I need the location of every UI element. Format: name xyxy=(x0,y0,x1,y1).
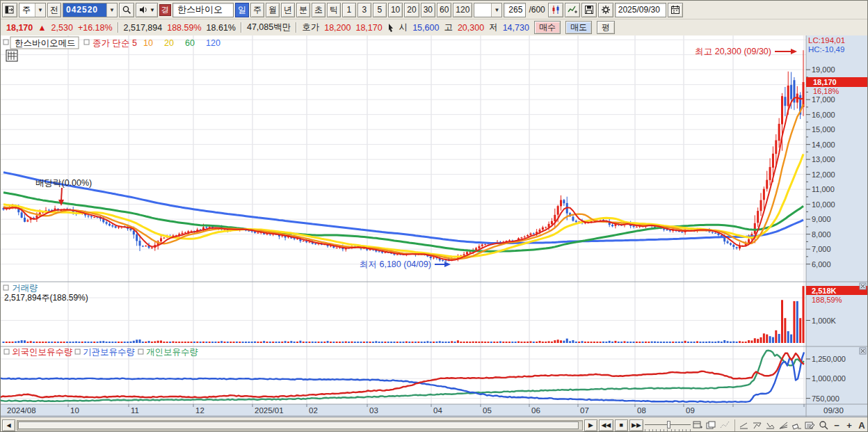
stock-code-combo[interactable]: 042520▼ xyxy=(63,3,118,17)
svg-text:2024/08: 2024/08 xyxy=(7,406,36,415)
trade-amount: 47,085백만 xyxy=(247,22,291,33)
date-input[interactable]: 2025/09/30 xyxy=(615,3,666,17)
exdiv-annotation: 배당락(0.00%) xyxy=(35,178,92,188)
add-pane-button[interactable] xyxy=(692,419,704,431)
stop-button[interactable]: ■ xyxy=(615,419,628,431)
current-price: 18,170 xyxy=(6,23,33,33)
scroll-left-button[interactable]: ◀ xyxy=(2,419,15,431)
resistance-line-button[interactable] xyxy=(750,419,764,431)
cursor-icon xyxy=(387,24,394,32)
svg-text:14,000: 14,000 xyxy=(812,141,835,149)
panel-icon xyxy=(5,5,15,15)
search-icon xyxy=(122,5,131,15)
close-volume-pane-icon[interactable] xyxy=(860,283,866,289)
save-button[interactable] xyxy=(581,3,597,17)
svg-text:10: 10 xyxy=(143,38,153,48)
svg-text:11,000: 11,000 xyxy=(812,185,835,193)
interval-10-button[interactable]: 10 xyxy=(388,3,403,17)
interval-120-button[interactable]: 120 xyxy=(453,3,472,17)
indicator-zigzag-button[interactable] xyxy=(718,419,730,431)
svg-text:09: 09 xyxy=(686,406,695,415)
scrollbar-thumb[interactable] xyxy=(18,422,579,429)
price-change: 2,530 xyxy=(51,23,73,33)
period-tab-second[interactable]: 초 xyxy=(312,3,326,17)
period-tab-minute[interactable]: 분 xyxy=(296,3,310,17)
cascade-panes-button[interactable] xyxy=(705,419,717,431)
divider xyxy=(296,22,297,33)
high-annotation: 최고 20,300 (09/30) xyxy=(695,47,771,56)
svg-text:19,000: 19,000 xyxy=(812,65,835,74)
timeframe-combo[interactable]: 주▼ xyxy=(19,3,46,17)
interval-20-button[interactable]: 20 xyxy=(404,3,419,17)
period-tab-year[interactable]: 년 xyxy=(281,3,295,17)
chart-area: 6,0007,0008,0009,00010,00011,00012,00013… xyxy=(1,35,868,417)
svg-text:외국인보유수량: 외국인보유수량 xyxy=(12,347,73,357)
info-bar: 18,170 ▲ 2,530 +16.18% 2,517,894 188.59%… xyxy=(1,19,867,35)
support-line-button[interactable] xyxy=(764,419,777,431)
open-label: 시 xyxy=(399,22,408,33)
drawing-tools-group xyxy=(734,419,817,431)
play-button[interactable]: ▶ xyxy=(584,419,597,431)
eraser-tool-button[interactable] xyxy=(790,419,803,431)
settings-button[interactable] xyxy=(598,3,613,17)
interval-60-button[interactable]: 60 xyxy=(437,3,451,17)
svg-text:1,000,000: 1,000,000 xyxy=(812,374,846,383)
panel-toggle-button[interactable] xyxy=(2,3,17,17)
indicator-add-button[interactable] xyxy=(565,3,580,17)
candle-style-button[interactable] xyxy=(548,3,563,17)
svg-text:09/30: 09/30 xyxy=(823,406,844,415)
rewind-button[interactable]: ◀◀ xyxy=(599,419,613,431)
period-tab-tick[interactable]: 틱 xyxy=(327,3,341,17)
zoom-slider[interactable] xyxy=(645,419,691,431)
svg-text:2025/01: 2025/01 xyxy=(255,406,284,415)
grid-tool-icon[interactable] xyxy=(6,50,17,61)
volume-pane-title: 거래량 xyxy=(12,283,38,293)
svg-text:한스바이오메드: 한스바이오메드 xyxy=(15,38,76,48)
search-button[interactable] xyxy=(119,3,134,17)
zoom-tool-button[interactable] xyxy=(818,419,830,431)
svg-text:05: 05 xyxy=(483,406,492,415)
period-tab-week[interactable]: 주 xyxy=(250,3,264,17)
svg-text:20: 20 xyxy=(164,38,174,48)
chart-note-button[interactable] xyxy=(803,419,817,431)
font-size-button[interactable]: A xyxy=(856,419,867,431)
svg-text:18,170: 18,170 xyxy=(813,78,837,86)
chart-scrollbar[interactable] xyxy=(17,420,583,431)
period-tab-month[interactable]: 월 xyxy=(266,3,280,17)
bar-count-input[interactable]: 265 xyxy=(504,3,526,17)
avg-button[interactable]: 평 xyxy=(597,21,615,34)
sound-button[interactable]: ▼ xyxy=(136,3,158,17)
svg-text:750,000: 750,000 xyxy=(812,394,839,403)
interval-3-button[interactable]: 3 xyxy=(357,3,371,17)
calendar-button[interactable] xyxy=(668,3,683,17)
period-tab-day[interactable]: 일 xyxy=(235,3,249,17)
speaker-icon xyxy=(138,5,148,15)
timeframe-value: 주 xyxy=(19,3,35,17)
close-holdings-pane-icon[interactable] xyxy=(860,348,866,354)
price-chart-canvas[interactable]: 6,0007,0008,0009,00010,00011,00012,00013… xyxy=(1,35,868,417)
zoom-out-button[interactable]: − xyxy=(831,419,842,431)
main-toolbar: 주▼ 전 042520▼ ▼ 경 한스바이오 일 주 월 년 분 초 틱 1 3… xyxy=(1,1,867,19)
prev-stock-button[interactable]: 전 xyxy=(47,3,61,17)
svg-text:08: 08 xyxy=(637,406,646,415)
high-price: 20,300 xyxy=(458,23,484,33)
custom-interval-combo[interactable]: ▼ xyxy=(474,3,502,17)
interval-5-button[interactable]: 5 xyxy=(373,3,387,17)
svg-text:04: 04 xyxy=(433,406,442,415)
market-badge: 경 xyxy=(159,4,171,16)
interval-30-button[interactable]: 30 xyxy=(421,3,435,17)
fan-lines-button[interactable] xyxy=(777,419,790,431)
sell-button[interactable]: 매도 xyxy=(565,21,592,34)
forward-button[interactable]: ▶▶ xyxy=(629,419,644,431)
trendline-tool-button[interactable] xyxy=(737,419,750,431)
slider-thumb[interactable] xyxy=(667,421,670,429)
svg-text:기관보유수량: 기관보유수량 xyxy=(83,347,135,357)
svg-text:개인보유수량: 개인보유수량 xyxy=(146,347,198,357)
stock-name-field[interactable]: 한스바이오 xyxy=(172,3,234,17)
chevron-down-icon: ▼ xyxy=(150,7,155,13)
zoom-in-button[interactable]: + xyxy=(844,419,855,431)
svg-text:2,518K: 2,518K xyxy=(812,287,837,295)
interval-1-button[interactable]: 1 xyxy=(342,3,356,17)
buy-button[interactable]: 매수 xyxy=(534,21,561,34)
low-annotation: 최저 6,180 (04/09) xyxy=(360,259,431,269)
